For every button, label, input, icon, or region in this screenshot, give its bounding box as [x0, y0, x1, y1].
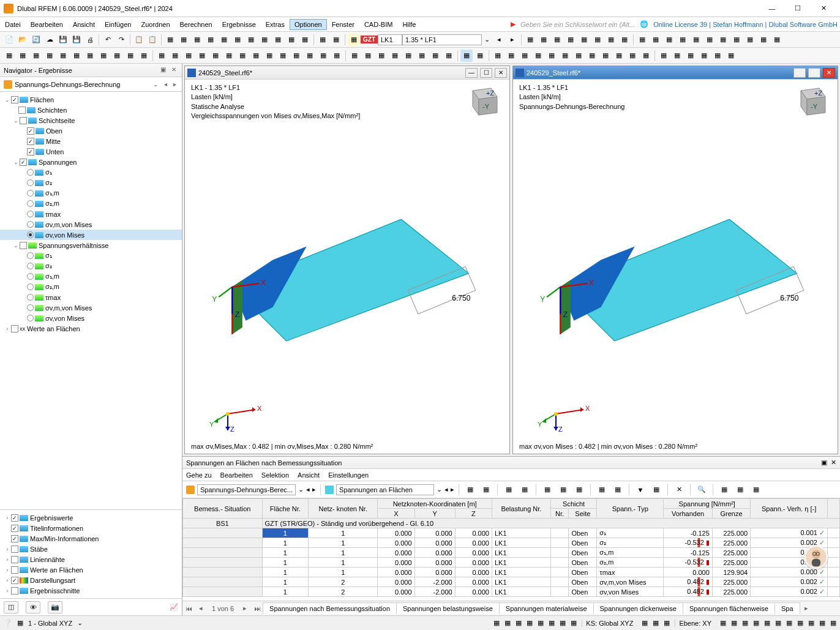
tool-icon[interactable]: ▦ [191, 34, 203, 46]
new-icon[interactable]: 📄 [3, 34, 15, 46]
status-icon[interactable]: ▦ [764, 619, 770, 627]
tool-icon[interactable]: ▦ [771, 34, 783, 46]
lower-werte-flaechen[interactable]: ›Werte an Flächen [0, 564, 182, 575]
tmenu-gehezu[interactable]: Gehe zu [186, 471, 212, 479]
nav-view-1-icon[interactable]: ◫ [4, 601, 18, 613]
tool-icon[interactable]: ▦ [551, 34, 563, 46]
tool-icon[interactable]: ▦ [557, 484, 569, 496]
table-row[interactable]: 1 2 0.000-2.0000.000 LK1 Oben σv,m,von M… [183, 577, 840, 587]
lower-darstellungsart[interactable]: ›✓Darstellungsart [0, 575, 182, 585]
model-view-1[interactable]: 240529_Steel.rf6* — ☐ ✕ LK1 - 1.35 * LF1… [184, 66, 510, 454]
next-icon[interactable]: ▸ [800, 604, 812, 612]
tool-icon[interactable]: ▦ [299, 34, 311, 46]
redo-icon[interactable]: ↷ [115, 34, 127, 46]
table-row[interactable]: 1 1 0.0000.0000.000 LK1 Oben σ₂ -0.532 ▮… [183, 538, 840, 548]
tool-icon[interactable]: ▦ [703, 34, 716, 46]
search-icon[interactable]: 🔍 [696, 484, 708, 496]
table-row[interactable]: 1 2 0.000-2.0000.000 LK1 Oben σv,von Mis… [183, 587, 840, 597]
menu-einfuegen[interactable]: Einfügen [100, 19, 136, 30]
results-table[interactable]: Bemess.- Situation Fläche Nr. Netz- knot… [182, 498, 840, 597]
assistant-avatar-icon[interactable] [804, 546, 828, 569]
first-icon[interactable]: ⏮ [182, 605, 195, 612]
menu-berechnen[interactable]: Berechnen [175, 19, 217, 30]
tool-icon[interactable]: ▦ [209, 50, 222, 62]
tool-icon[interactable]: ▦ [362, 50, 374, 62]
tool-icon[interactable]: ▦ [663, 34, 675, 46]
tree-spannungsverh[interactable]: ⌄Spannungsverhältnisse [0, 240, 182, 250]
table-group-row[interactable]: BS1 GZT (STR/GEO) - Ständig und vorüberg… [183, 519, 840, 528]
model-view-2[interactable]: 240529_Steel.rf6* — ☐ ✕ LK1 - 1.35 * LF1… [512, 66, 838, 454]
status-icon[interactable]: ▦ [742, 619, 748, 627]
tree-unten[interactable]: ✓Unten [0, 146, 182, 157]
th-schicht[interactable]: Schicht [550, 499, 596, 509]
tool-icon[interactable]: ▦ [734, 484, 746, 496]
tool-icon[interactable]: ▦ [519, 484, 531, 496]
chevron-down-icon[interactable]: ⌄ [77, 619, 83, 627]
tool-icon[interactable]: ▦ [317, 34, 329, 46]
tool-icon[interactable]: ▦ [671, 50, 683, 62]
tool-icon[interactable]: ▦ [559, 50, 571, 62]
status-icon[interactable]: ▦ [493, 619, 500, 627]
tool-icon[interactable]: ▦ [236, 50, 249, 62]
status-icon[interactable]: ▦ [571, 619, 577, 627]
view2-max-button[interactable]: ☐ [808, 68, 820, 78]
tool-icon[interactable]: ▦ [196, 50, 208, 62]
chevron-down-icon[interactable]: ⌄ [298, 486, 304, 493]
next-icon[interactable]: ▸ [312, 486, 316, 493]
tool-icon[interactable]: ▦ [605, 34, 617, 46]
status-icon[interactable]: ▦ [516, 619, 522, 627]
tool-icon[interactable]: ▦ [541, 484, 553, 496]
view2-min-button[interactable]: — [793, 68, 806, 78]
tool-icon[interactable]: ▦ [245, 34, 257, 46]
table-module-combo[interactable]: Spannungs-Dehnungs-Berec... [197, 484, 296, 495]
tool-icon[interactable]: ▦ [57, 50, 69, 62]
tool-icon[interactable]: ▦ [505, 50, 517, 62]
tool-icon[interactable]: ▦ [690, 34, 702, 46]
tree-r-svvm[interactable]: σv,von Mises [0, 313, 182, 323]
tool-icon[interactable]: ▦ [586, 50, 598, 62]
tool-icon[interactable]: ▦ [532, 50, 544, 62]
tool-icon[interactable]: ▦ [317, 50, 329, 62]
tool-icon[interactable]: ▦ [711, 50, 724, 62]
tool-icon[interactable]: ▦ [524, 34, 536, 46]
status-icon[interactable]: ▦ [720, 619, 726, 627]
tool-icon[interactable]: ▦ [3, 50, 15, 62]
tool-icon[interactable]: ▦ [258, 34, 271, 46]
lower-titelinfo[interactable]: ✓Titelinformationen [0, 523, 182, 533]
tool-icon[interactable]: ▦ [596, 484, 608, 496]
tool-icon[interactable]: ▦ [156, 50, 168, 62]
tree-spannungen[interactable]: ⌄✓Spannungen [0, 157, 182, 167]
tool-icon[interactable]: ▦ [618, 34, 631, 46]
copy-icon[interactable]: 📋 [133, 34, 145, 46]
tool-icon[interactable]: ▦ [591, 34, 604, 46]
tool-icon[interactable]: ▦ [17, 50, 29, 62]
status-icon[interactable]: ▦ [819, 619, 825, 627]
menu-datei[interactable]: Datei [0, 19, 26, 30]
tab-dickenweise[interactable]: Spannungen dickenweise [593, 602, 683, 614]
tool-icon[interactable]: ▦ [178, 34, 190, 46]
tool-icon[interactable]: ▦ [331, 50, 343, 62]
lower-maxmin[interactable]: ✓Max/Min-Informationen [0, 533, 182, 544]
view2-close-button[interactable]: ✕ [823, 68, 835, 78]
tool-icon[interactable]: ▦ [650, 34, 662, 46]
tool-icon[interactable]: ▦ [519, 50, 531, 62]
menu-optionen[interactable]: Optionen [290, 19, 327, 30]
table-row[interactable]: 1 1 0.0000.0000.000 LK1 Oben τmax 0.000 … [183, 568, 840, 577]
th-y[interactable]: Y [414, 509, 455, 519]
tree-r-s1[interactable]: σ₁ [0, 250, 182, 261]
status-icon[interactable]: ▦ [538, 619, 544, 627]
chevron-down-icon[interactable]: ⌄ [437, 486, 442, 493]
tmenu-bearbeiten[interactable]: Bearbeiten [220, 471, 253, 479]
th-verh[interactable]: Spann.- Verh. η [-] [751, 499, 828, 519]
tool-icon[interactable]: ▦ [231, 34, 244, 46]
status-icon[interactable]: ▦ [642, 619, 648, 627]
chevron-down-icon[interactable]: ⌄ [151, 81, 160, 88]
menu-ansicht[interactable]: Ansicht [68, 19, 100, 30]
delete-icon[interactable]: ✕ [673, 484, 685, 496]
tab-belastungsweise[interactable]: Spannungen belastungsweise [396, 602, 500, 614]
th-x[interactable]: X [378, 509, 414, 519]
status-icon[interactable]: ▦ [797, 619, 803, 627]
menu-zuordnen[interactable]: Zuordnen [136, 19, 174, 30]
status-icon[interactable]: ▦ [664, 619, 670, 627]
tool-icon[interactable]: ▦ [443, 50, 455, 62]
